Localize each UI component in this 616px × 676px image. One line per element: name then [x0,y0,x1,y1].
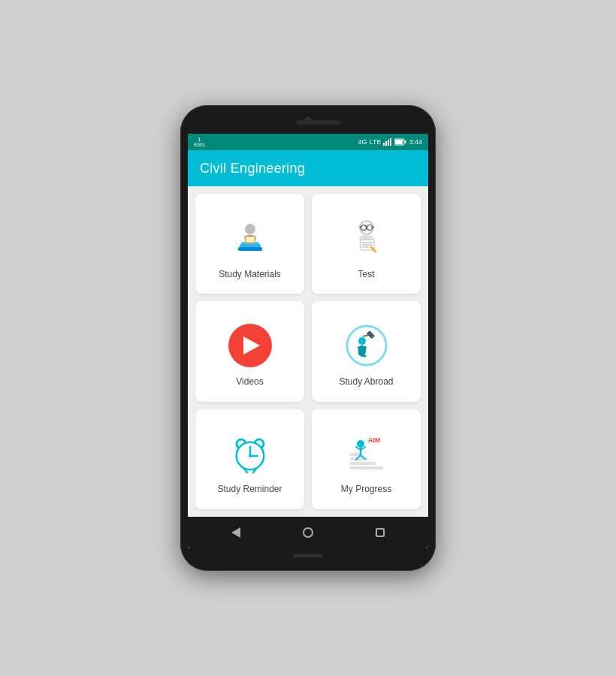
study-reminder-icon-area [224,427,276,479]
status-right: 4G LTE 3:44 [358,138,422,146]
study-reminder-label: Study Reminder [217,484,282,494]
videos-icon-area [224,319,276,372]
study-abroad-label: Study Abroad [339,376,393,387]
study-abroad-icon-area [340,319,393,372]
test-label: Test [358,269,374,279]
svg-rect-6 [395,140,403,144]
nav-recent-button[interactable] [370,522,391,543]
svg-rect-11 [246,237,255,243]
phone-device: 1 KB/s 4G LTE [180,105,436,571]
app-bar: Civil Engineering [188,150,428,186]
svg-rect-34 [350,466,383,469]
play-button-icon [228,324,272,367]
phone-speaker [296,120,341,125]
network-type: 4G [358,138,367,146]
svg-rect-35 [350,462,376,465]
svg-point-39 [357,440,364,448]
svg-rect-0 [383,143,385,146]
grid-item-study-abroad[interactable]: Study Abroad [312,301,421,401]
svg-rect-3 [390,138,391,146]
phone-screen: 1 KB/s 4G LTE [188,134,428,548]
nav-home-button[interactable] [297,522,319,543]
battery-icon [394,138,406,146]
back-arrow-icon [231,527,240,538]
progress-stairs-icon: AIM [344,430,389,475]
svg-point-24 [358,337,366,345]
svg-rect-1 [385,141,387,146]
signal-icon [383,138,392,146]
play-triangle-icon [243,336,260,355]
svg-rect-37 [350,453,361,456]
bottom-nav-bar [188,517,428,548]
time-display: 3:44 [409,138,422,146]
recent-apps-icon [376,528,385,537]
phone-home-indicator [293,554,323,557]
app-title: Civil Engineering [200,161,305,177]
home-circle-icon [303,527,313,538]
svg-text:AIM: AIM [367,436,380,444]
svg-point-31 [249,454,252,457]
study-materials-icon-area [224,212,276,264]
svg-point-10 [245,224,255,234]
study-materials-icon [228,216,273,261]
signal-type: LTE [370,138,382,146]
my-progress-icon-area: AIM [340,427,393,479]
status-left: 1 KB/s [194,137,205,147]
grid-item-study-materials[interactable]: Study Materials [195,194,304,294]
svg-rect-9 [238,247,262,251]
svg-rect-2 [388,140,389,146]
my-progress-label: My Progress [341,484,391,494]
grid-item-test[interactable]: Test [312,194,421,294]
test-icon-area [340,212,393,264]
network-speed: 1 KB/s [194,137,205,147]
test-icon [344,216,389,261]
study-materials-label: Study Materials [219,269,281,279]
svg-point-23 [347,326,386,365]
videos-label: Videos [236,376,263,387]
phone-top [188,113,428,134]
main-content: Study Materials [188,186,428,517]
study-abroad-icon [344,323,389,368]
nav-back-button[interactable] [225,522,246,543]
status-bar: 1 KB/s 4G LTE [188,134,428,150]
grid-item-study-reminder[interactable]: Study Reminder [195,409,304,509]
alarm-clock-icon [228,430,273,475]
grid-item-my-progress[interactable]: AIM My Progress [312,409,421,509]
grid-item-videos[interactable]: Videos [195,301,304,401]
svg-rect-5 [405,140,406,143]
phone-bottom [188,548,428,563]
